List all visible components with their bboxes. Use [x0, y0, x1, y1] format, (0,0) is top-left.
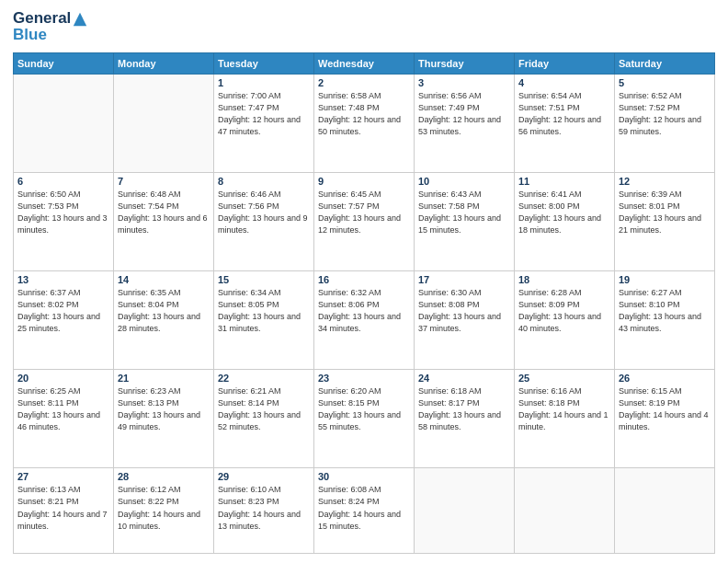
- calendar-cell: 1Sunrise: 7:00 AM Sunset: 7:47 PM Daylig…: [214, 74, 314, 172]
- day-number: 19: [619, 274, 711, 285]
- day-info: Sunrise: 6:58 AM Sunset: 7:48 PM Dayligh…: [318, 90, 410, 138]
- weekday-header-monday: Monday: [114, 52, 214, 74]
- day-number: 16: [318, 274, 410, 285]
- calendar-week-row: 27Sunrise: 6:13 AM Sunset: 8:21 PM Dayli…: [14, 468, 715, 554]
- day-info: Sunrise: 6:48 AM Sunset: 7:54 PM Dayligh…: [118, 189, 210, 236]
- weekday-header-wednesday: Wednesday: [314, 52, 415, 74]
- header: General Blue: [13, 9, 715, 45]
- weekday-header-row: SundayMondayTuesdayWednesdayThursdayFrid…: [14, 52, 715, 74]
- day-info: Sunrise: 6:56 AM Sunset: 7:49 PM Dayligh…: [418, 90, 510, 138]
- day-number: 20: [17, 373, 109, 384]
- calendar-cell: 5Sunrise: 6:52 AM Sunset: 7:52 PM Daylig…: [615, 74, 715, 172]
- day-info: Sunrise: 6:54 AM Sunset: 7:51 PM Dayligh…: [518, 90, 610, 138]
- calendar-cell: 7Sunrise: 6:48 AM Sunset: 7:54 PM Daylig…: [114, 172, 214, 270]
- day-number: 17: [418, 274, 510, 285]
- weekday-header-tuesday: Tuesday: [214, 52, 314, 74]
- day-info: Sunrise: 6:34 AM Sunset: 8:05 PM Dayligh…: [218, 287, 310, 335]
- day-number: 15: [218, 274, 310, 285]
- calendar-cell: [114, 74, 214, 172]
- day-number: 14: [118, 274, 210, 285]
- day-number: 8: [218, 176, 310, 187]
- day-info: Sunrise: 6:20 AM Sunset: 8:15 PM Dayligh…: [318, 385, 410, 433]
- weekday-header-thursday: Thursday: [415, 52, 515, 74]
- calendar-cell: 26Sunrise: 6:15 AM Sunset: 8:19 PM Dayli…: [615, 370, 715, 468]
- day-info: Sunrise: 6:43 AM Sunset: 7:58 PM Dayligh…: [418, 189, 510, 236]
- calendar-cell: 3Sunrise: 6:56 AM Sunset: 7:49 PM Daylig…: [415, 74, 515, 172]
- calendar-week-row: 1Sunrise: 7:00 AM Sunset: 7:47 PM Daylig…: [14, 74, 715, 172]
- calendar-cell: 21Sunrise: 6:23 AM Sunset: 8:13 PM Dayli…: [114, 370, 214, 468]
- logo-blue: Blue: [13, 26, 88, 44]
- calendar-cell: 30Sunrise: 6:08 AM Sunset: 8:24 PM Dayli…: [314, 468, 415, 554]
- calendar-cell: 19Sunrise: 6:27 AM Sunset: 8:10 PM Dayli…: [615, 271, 715, 370]
- calendar-cell: [14, 74, 114, 172]
- day-number: 30: [318, 471, 410, 482]
- day-number: 2: [318, 77, 410, 88]
- calendar-cell: 18Sunrise: 6:28 AM Sunset: 8:09 PM Dayli…: [515, 271, 615, 370]
- day-info: Sunrise: 6:41 AM Sunset: 8:00 PM Dayligh…: [518, 189, 610, 236]
- day-info: Sunrise: 6:16 AM Sunset: 8:18 PM Dayligh…: [518, 385, 610, 433]
- logo-text: General: [13, 9, 88, 28]
- calendar-cell: 10Sunrise: 6:43 AM Sunset: 7:58 PM Dayli…: [415, 172, 515, 270]
- day-info: Sunrise: 6:10 AM Sunset: 8:23 PM Dayligh…: [218, 484, 310, 532]
- day-number: 26: [619, 373, 711, 384]
- day-info: Sunrise: 6:25 AM Sunset: 8:11 PM Dayligh…: [17, 385, 109, 433]
- day-number: 7: [118, 176, 210, 187]
- calendar-cell: 8Sunrise: 6:46 AM Sunset: 7:56 PM Daylig…: [214, 172, 314, 270]
- day-number: 13: [17, 274, 109, 285]
- calendar-cell: 2Sunrise: 6:58 AM Sunset: 7:48 PM Daylig…: [314, 74, 415, 172]
- day-number: 28: [118, 471, 210, 482]
- weekday-header-sunday: Sunday: [14, 52, 114, 74]
- day-number: 24: [418, 373, 510, 384]
- day-info: Sunrise: 6:23 AM Sunset: 8:13 PM Dayligh…: [118, 385, 210, 433]
- weekday-header-friday: Friday: [515, 52, 615, 74]
- day-number: 21: [118, 373, 210, 384]
- calendar-cell: 25Sunrise: 6:16 AM Sunset: 8:18 PM Dayli…: [515, 370, 615, 468]
- day-number: 18: [518, 274, 610, 285]
- calendar-week-row: 20Sunrise: 6:25 AM Sunset: 8:11 PM Dayli…: [14, 370, 715, 468]
- calendar-cell: [515, 468, 615, 554]
- calendar-cell: 16Sunrise: 6:32 AM Sunset: 8:06 PM Dayli…: [314, 271, 415, 370]
- calendar-cell: 29Sunrise: 6:10 AM Sunset: 8:23 PM Dayli…: [214, 468, 314, 554]
- weekday-header-saturday: Saturday: [615, 52, 715, 74]
- calendar-week-row: 6Sunrise: 6:50 AM Sunset: 7:53 PM Daylig…: [14, 172, 715, 270]
- day-number: 11: [518, 176, 610, 187]
- logo: General Blue: [13, 9, 88, 45]
- day-info: Sunrise: 6:21 AM Sunset: 8:14 PM Dayligh…: [218, 385, 310, 433]
- day-info: Sunrise: 6:30 AM Sunset: 8:08 PM Dayligh…: [418, 287, 510, 335]
- day-info: Sunrise: 6:37 AM Sunset: 8:02 PM Dayligh…: [17, 287, 109, 335]
- calendar-cell: 14Sunrise: 6:35 AM Sunset: 8:04 PM Dayli…: [114, 271, 214, 370]
- calendar-cell: 24Sunrise: 6:18 AM Sunset: 8:17 PM Dayli…: [415, 370, 515, 468]
- day-number: 9: [318, 176, 410, 187]
- day-info: Sunrise: 6:46 AM Sunset: 7:56 PM Dayligh…: [218, 189, 310, 236]
- calendar-cell: 13Sunrise: 6:37 AM Sunset: 8:02 PM Dayli…: [14, 271, 114, 370]
- day-info: Sunrise: 6:15 AM Sunset: 8:19 PM Dayligh…: [619, 385, 711, 433]
- day-info: Sunrise: 6:12 AM Sunset: 8:22 PM Dayligh…: [118, 484, 210, 532]
- calendar-table: SundayMondayTuesdayWednesdayThursdayFrid…: [13, 52, 715, 554]
- day-number: 4: [518, 77, 610, 88]
- day-info: Sunrise: 7:00 AM Sunset: 7:47 PM Dayligh…: [218, 90, 310, 138]
- day-number: 23: [318, 373, 410, 384]
- calendar-cell: 22Sunrise: 6:21 AM Sunset: 8:14 PM Dayli…: [214, 370, 314, 468]
- svg-marker-0: [74, 12, 86, 25]
- calendar-cell: 28Sunrise: 6:12 AM Sunset: 8:22 PM Dayli…: [114, 468, 214, 554]
- day-info: Sunrise: 6:27 AM Sunset: 8:10 PM Dayligh…: [619, 287, 711, 335]
- calendar-cell: 27Sunrise: 6:13 AM Sunset: 8:21 PM Dayli…: [14, 468, 114, 554]
- day-info: Sunrise: 6:08 AM Sunset: 8:24 PM Dayligh…: [318, 484, 410, 532]
- calendar-cell: [615, 468, 715, 554]
- day-number: 12: [619, 176, 711, 187]
- day-info: Sunrise: 6:32 AM Sunset: 8:06 PM Dayligh…: [318, 287, 410, 335]
- calendar-cell: 9Sunrise: 6:45 AM Sunset: 7:57 PM Daylig…: [314, 172, 415, 270]
- calendar-cell: 23Sunrise: 6:20 AM Sunset: 8:15 PM Dayli…: [314, 370, 415, 468]
- calendar-cell: 12Sunrise: 6:39 AM Sunset: 8:01 PM Dayli…: [615, 172, 715, 270]
- calendar-cell: 17Sunrise: 6:30 AM Sunset: 8:08 PM Dayli…: [415, 271, 515, 370]
- calendar-cell: 20Sunrise: 6:25 AM Sunset: 8:11 PM Dayli…: [14, 370, 114, 468]
- day-number: 3: [418, 77, 510, 88]
- page: General Blue SundayMondayTuesdayWednesda…: [0, 0, 728, 563]
- calendar-cell: 11Sunrise: 6:41 AM Sunset: 8:00 PM Dayli…: [515, 172, 615, 270]
- day-info: Sunrise: 6:50 AM Sunset: 7:53 PM Dayligh…: [17, 189, 109, 236]
- calendar-cell: 6Sunrise: 6:50 AM Sunset: 7:53 PM Daylig…: [14, 172, 114, 270]
- day-number: 5: [619, 77, 711, 88]
- calendar-cell: 4Sunrise: 6:54 AM Sunset: 7:51 PM Daylig…: [515, 74, 615, 172]
- day-number: 10: [418, 176, 510, 187]
- day-number: 22: [218, 373, 310, 384]
